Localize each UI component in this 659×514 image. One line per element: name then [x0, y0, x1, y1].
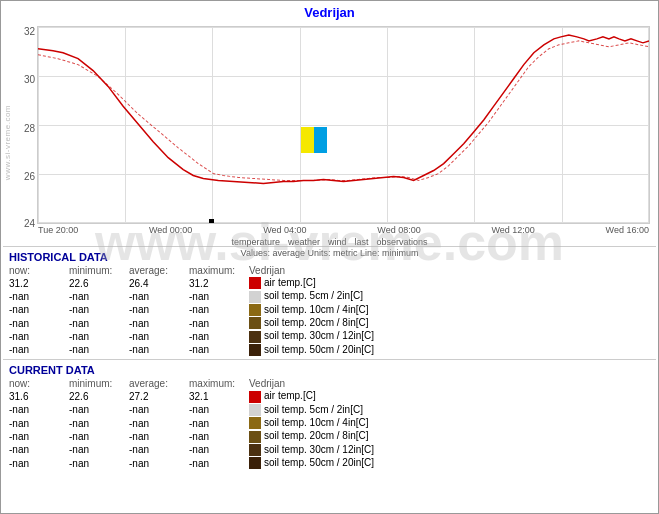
cur-col-now: now:	[9, 378, 69, 390]
cell-avg: 27.2	[129, 390, 189, 403]
cell-label: soil temp. 30cm / 12in[C]	[249, 330, 650, 343]
cell-max: -nan	[189, 430, 249, 443]
cell-now: -nan	[9, 444, 69, 457]
y-label-30: 30	[24, 74, 35, 85]
cell-avg: -nan	[129, 457, 189, 470]
cur-col-avg: average:	[129, 378, 189, 390]
main-container: Vedrijan 32 30 28 26 24 www.si-vreme.com	[0, 0, 659, 514]
color-swatch	[249, 291, 261, 303]
cell-now: -nan	[9, 304, 69, 317]
legend-temperature: temperature	[231, 237, 280, 247]
cell-min: -nan	[69, 417, 129, 430]
color-swatch	[249, 331, 261, 343]
cell-now: -nan	[9, 344, 69, 357]
cell-now: -nan	[9, 457, 69, 470]
color-swatch	[249, 417, 261, 429]
cell-label: soil temp. 10cm / 4in[C]	[249, 417, 650, 430]
cell-label: soil temp. 20cm / 8in[C]	[249, 430, 650, 443]
cell-now: 31.6	[9, 390, 69, 403]
cur-col-station: Vedrijan	[249, 378, 650, 390]
x-label-5: Wed 16:00	[606, 225, 649, 235]
table-row: -nan -nan -nan -nan soil temp. 20cm / 8i…	[9, 430, 650, 443]
cell-max: -nan	[189, 457, 249, 470]
cell-min: -nan	[69, 457, 129, 470]
historical-tbody: 31.2 22.6 26.4 31.2 air temp.[C] -nan -n…	[9, 277, 650, 357]
col-station: Vedrijan	[249, 265, 650, 277]
chart-plot	[37, 26, 650, 224]
x-axis-labels: Tue 20:00 Wed 00:00 Wed 04:00 Wed 08:00 …	[38, 224, 649, 235]
current-section: CURRENT DATA now: minimum: average: maxi…	[1, 360, 658, 472]
current-header: CURRENT DATA	[9, 364, 650, 376]
current-tbody: 31.6 22.6 27.2 32.1 air temp.[C] -nan -n…	[9, 390, 650, 470]
cell-label: soil temp. 10cm / 4in[C]	[249, 304, 650, 317]
chart-area: Vedrijan 32 30 28 26 24 www.si-vreme.com	[1, 1, 658, 246]
current-col-headers: now: minimum: average: maximum: Vedrijan	[9, 378, 650, 390]
cell-avg: -nan	[129, 330, 189, 343]
color-swatch	[249, 391, 261, 403]
cell-min: -nan	[69, 304, 129, 317]
table-row: -nan -nan -nan -nan soil temp. 30cm / 12…	[9, 330, 650, 343]
color-swatch	[249, 317, 261, 329]
col-min: minimum:	[69, 265, 129, 277]
cell-min: -nan	[69, 444, 129, 457]
table-row: -nan -nan -nan -nan soil temp. 50cm / 20…	[9, 344, 650, 357]
cell-now: -nan	[9, 317, 69, 330]
cell-avg: -nan	[129, 344, 189, 357]
cell-avg: -nan	[129, 404, 189, 417]
cell-now: -nan	[9, 290, 69, 303]
historical-col-headers: now: minimum: average: maximum: Vedrijan	[9, 265, 650, 277]
table-row: -nan -nan -nan -nan soil temp. 5cm / 2in…	[9, 404, 650, 417]
legend-last: last	[355, 237, 369, 247]
cell-min: 22.6	[69, 277, 129, 290]
historical-section: HISTORICAL DATA now: minimum: average: m…	[1, 247, 658, 359]
marker-wed00	[209, 219, 214, 224]
x-label-0: Tue 20:00	[38, 225, 78, 235]
table-row: 31.6 22.6 27.2 32.1 air temp.[C]	[9, 390, 650, 403]
cell-max: -nan	[189, 304, 249, 317]
cell-max: -nan	[189, 344, 249, 357]
cell-min: -nan	[69, 317, 129, 330]
y-label-26: 26	[24, 171, 35, 182]
x-label-4: Wed 12:00	[491, 225, 534, 235]
legend-observations: observations	[377, 237, 428, 247]
cur-col-max: maximum:	[189, 378, 249, 390]
cell-min: -nan	[69, 290, 129, 303]
table-row: -nan -nan -nan -nan soil temp. 5cm / 2in…	[9, 290, 650, 303]
cell-label: soil temp. 20cm / 8in[C]	[249, 317, 650, 330]
cell-max: -nan	[189, 330, 249, 343]
cell-min: -nan	[69, 430, 129, 443]
table-row: -nan -nan -nan -nan soil temp. 50cm / 20…	[9, 457, 650, 470]
color-swatch	[249, 444, 261, 456]
cell-max: 31.2	[189, 277, 249, 290]
y-label-28: 28	[24, 123, 35, 134]
cell-max: -nan	[189, 290, 249, 303]
color-swatch	[249, 277, 261, 289]
svg-rect-0	[301, 127, 314, 153]
cell-avg: 26.4	[129, 277, 189, 290]
cell-max: -nan	[189, 444, 249, 457]
watermark-small: www.si-vreme.com	[3, 105, 12, 180]
y-label-32: 32	[24, 26, 35, 37]
table-row: -nan -nan -nan -nan soil temp. 20cm / 8i…	[9, 317, 650, 330]
color-swatch	[249, 344, 261, 356]
cell-avg: -nan	[129, 317, 189, 330]
table-row: 31.2 22.6 26.4 31.2 air temp.[C]	[9, 277, 650, 290]
cell-now: -nan	[9, 404, 69, 417]
cell-min: -nan	[69, 330, 129, 343]
col-avg: average:	[129, 265, 189, 277]
cell-now: 31.2	[9, 277, 69, 290]
x-label-3: Wed 08:00	[377, 225, 420, 235]
chart-title: Vedrijan	[1, 1, 658, 22]
cell-avg: -nan	[129, 430, 189, 443]
y-label-24: 24	[24, 218, 35, 229]
cell-now: -nan	[9, 417, 69, 430]
chart-legend-line: Values: average Units: metric Line: mini…	[1, 247, 658, 260]
color-swatch	[249, 431, 261, 443]
cell-min: -nan	[69, 344, 129, 357]
historical-table: now: minimum: average: maximum: Vedrijan…	[9, 265, 650, 357]
weather-icon	[301, 127, 327, 153]
cur-col-min: minimum:	[69, 378, 129, 390]
cell-avg: -nan	[129, 304, 189, 317]
cell-label: soil temp. 5cm / 2in[C]	[249, 404, 650, 417]
legend-wind: wind	[328, 237, 347, 247]
